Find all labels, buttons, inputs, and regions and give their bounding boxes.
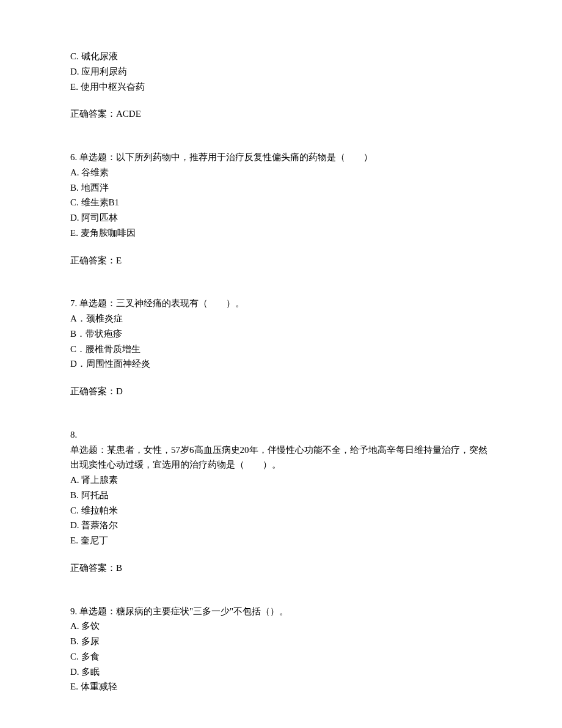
option-d: D. 应用利尿药: [70, 64, 492, 79]
question-8: 8. 单选题：某患者，女性，57岁6高血压病史20年，伴慢性心功能不全，给予地高…: [70, 427, 492, 576]
question-text: 单选题：以下所列药物中，推荐用于治疗反复性偏头痛的药物是（ ）: [77, 152, 373, 162]
question-7: 7. 单选题：三叉神经痛的表现有（ ）。 A．颈椎炎症 B．带状疱疹 C．腰椎骨…: [70, 296, 492, 399]
option-d: D．周围性面神经炎: [70, 356, 492, 372]
option-a: A. 多饮: [70, 619, 492, 634]
option-d: D. 普萘洛尔: [70, 518, 492, 533]
answer-text: 正确答案：ACDE: [70, 106, 492, 122]
question-stem: 7. 单选题：三叉神经痛的表现有（ ）。: [70, 296, 492, 311]
question-number: 7.: [70, 298, 77, 308]
question-number: 8.: [70, 427, 492, 443]
option-d: D. 阿司匹林: [70, 210, 492, 226]
option-c: C. 维生素B1: [70, 195, 492, 210]
answer-text: 正确答案：D: [70, 384, 492, 399]
option-e: E. 使用中枢兴奋药: [70, 79, 492, 95]
question-6: 6. 单选题：以下所列药物中，推荐用于治疗反复性偏头痛的药物是（ ） A. 谷维…: [70, 150, 492, 268]
option-a: A．颈椎炎症: [70, 311, 492, 326]
question-text: 单选题：三叉神经痛的表现有（ ）。: [77, 298, 244, 308]
option-c: C. 多食: [70, 649, 492, 664]
option-e: E. 奎尼丁: [70, 533, 492, 548]
question-stem: 单选题：某患者，女性，57岁6高血压病史20年，伴慢性心功能不全，给予地高辛每日…: [70, 443, 492, 473]
question-text: 单选题：糖尿病的主要症状"三多一少"不包括（）。: [77, 606, 288, 616]
option-b: B. 阿托品: [70, 488, 492, 503]
answer-text: 正确答案：E: [70, 253, 492, 268]
option-b: B. 地西泮: [70, 180, 492, 196]
option-c: C. 碱化尿液: [70, 49, 492, 64]
option-c: C．腰椎骨质增生: [70, 342, 492, 357]
question-number: 6.: [70, 152, 77, 162]
option-b: B．带状疱疹: [70, 326, 492, 342]
answer-text: 正确答案：B: [70, 561, 492, 576]
question-5-partial: C. 碱化尿液 D. 应用利尿药 E. 使用中枢兴奋药 正确答案：ACDE: [70, 49, 492, 122]
option-b: B. 多尿: [70, 634, 492, 649]
option-e: E. 麦角胺咖啡因: [70, 226, 492, 241]
option-c: C. 维拉帕米: [70, 503, 492, 518]
option-d: D. 多眠: [70, 664, 492, 680]
question-9: 9. 单选题：糖尿病的主要症状"三多一少"不包括（）。 A. 多饮 B. 多尿 …: [70, 604, 492, 695]
question-stem: 9. 单选题：糖尿病的主要症状"三多一少"不包括（）。: [70, 604, 492, 619]
question-stem: 6. 单选题：以下所列药物中，推荐用于治疗反复性偏头痛的药物是（ ）: [70, 150, 492, 165]
option-a: A. 谷维素: [70, 165, 492, 180]
question-number: 9.: [70, 606, 77, 616]
option-e: E. 体重减轻: [70, 679, 492, 694]
option-a: A. 肾上腺素: [70, 472, 492, 488]
